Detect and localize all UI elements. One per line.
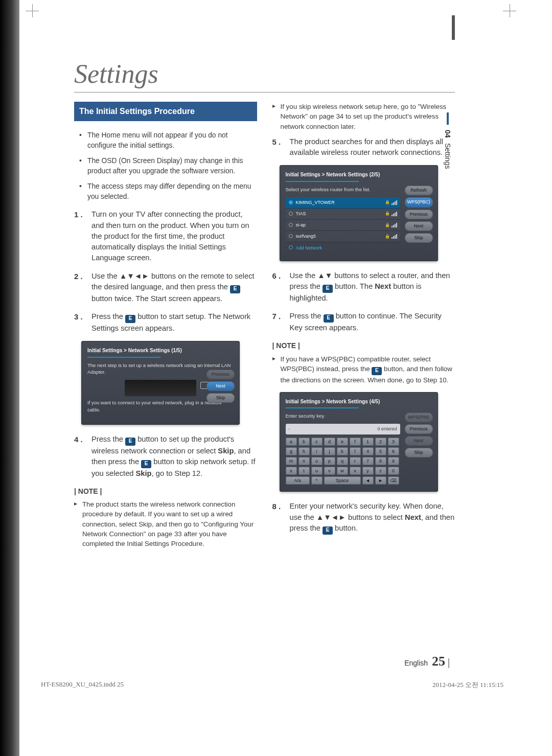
kb-key[interactable]: p	[324, 457, 335, 465]
kb-key[interactable]: b	[298, 438, 310, 446]
print-footer: HT-ES8200_XU_0425.indd 25 2012-04-25 오전 …	[41, 680, 503, 690]
kb-backspace-key[interactable]: ⌫	[388, 476, 399, 485]
osd-screenshot-network-1-5: Initial Settings > Network Settings (1/5…	[81, 341, 240, 425]
manual-page: 04 Settings Settings The Initial Setting…	[0, 0, 552, 756]
enter-icon: E	[230, 285, 240, 293]
kb-key[interactable]: z	[375, 467, 386, 475]
osd-next-button[interactable]: Next	[206, 381, 235, 391]
osd-wpspbc-button[interactable]: WPS(PBC)	[405, 197, 433, 207]
kb-key[interactable]: s	[286, 467, 297, 475]
osd-previous-button[interactable]: Previous	[405, 424, 433, 434]
kb-key[interactable]: v	[324, 467, 335, 475]
kb-key[interactable]: 5	[375, 447, 386, 455]
add-network-row[interactable]: Add Network	[286, 242, 400, 254]
page-number: 25	[432, 654, 445, 669]
step-4: Press the E button to set up the product…	[74, 434, 257, 479]
note-label: | NOTE |	[272, 340, 455, 351]
osd-screenshot-network-4-5: Initial Settings > Network Settings (4/5…	[280, 392, 438, 492]
device-illustration	[125, 380, 196, 396]
intro-bullets: The Home menu will not appear if you do …	[74, 130, 257, 202]
enter-icon: E	[324, 314, 334, 323]
indd-filename: HT-ES8200_XU_0425.indd 25	[41, 680, 124, 690]
kb-key[interactable]: e	[337, 438, 348, 446]
kb-key[interactable]: 3	[388, 438, 399, 446]
page-title: Settings	[74, 59, 455, 89]
signal-icon	[392, 200, 397, 205]
kb-key[interactable]: d	[324, 438, 335, 446]
osd-wpspin-button[interactable]: WPS(PIN)	[405, 413, 433, 422]
kb-key[interactable]: q	[337, 457, 348, 465]
kb-key[interactable]: 0	[388, 467, 399, 475]
kb-key[interactable]: l	[350, 447, 361, 455]
kb-key[interactable]: 2	[375, 438, 386, 446]
osd-skip-button[interactable]: Skip	[206, 393, 235, 403]
kb-key[interactable]: y	[362, 467, 374, 475]
kb-key[interactable]: c	[311, 438, 323, 446]
kb-key[interactable]: m	[286, 457, 297, 465]
lock-icon: 🔒	[385, 211, 390, 217]
kb-key[interactable]: o	[311, 457, 323, 465]
osd-skip-button[interactable]: Skip	[405, 448, 433, 457]
note-label: | NOTE |	[74, 486, 257, 496]
router-row[interactable]: si-ap🔒	[286, 220, 400, 231]
kb-key[interactable]: h	[298, 447, 310, 455]
signal-icon	[392, 223, 397, 227]
enter-icon: E	[125, 438, 135, 446]
steps-list-left: Turn on your TV after connecting the pro…	[74, 209, 257, 334]
security-key-field[interactable]: -0 entered	[286, 424, 400, 434]
step-6: Use the ▲▼ buttons to select a router, a…	[272, 270, 455, 304]
router-row[interactable]: surfvang5🔒	[286, 231, 400, 242]
intro-bullet: The Home menu will not appear if you do …	[81, 130, 257, 151]
osd-previous-button[interactable]: Previous	[206, 370, 235, 379]
steps-list-left-2: Press the E button to set up the product…	[74, 434, 257, 479]
kb-key[interactable]: u	[311, 467, 323, 475]
router-list: KIMING_VTOWER🔒 TIAS🔒 si-ap🔒 surfvang5🔒 A…	[286, 197, 400, 254]
osd-screenshot-network-2-5: Initial Settings > Network Settings (2/5…	[280, 165, 438, 261]
kb-key[interactable]: 8	[375, 457, 386, 465]
signal-icon	[392, 212, 397, 216]
osd-refresh-button[interactable]: Refresh	[405, 186, 433, 195]
kb-left-key[interactable]: ◄	[362, 476, 374, 485]
kb-key[interactable]: 9	[388, 457, 399, 465]
step-3: Press the E button to start setup. The N…	[74, 311, 257, 334]
crop-mark	[26, 4, 39, 17]
kb-key[interactable]: w	[337, 467, 348, 475]
kb-key[interactable]: n	[298, 457, 310, 465]
page-footer: English 25 |	[404, 654, 450, 669]
lock-icon: 🔒	[385, 222, 390, 228]
osd-breadcrumb: Initial Settings > Network Settings (4/5…	[286, 398, 432, 406]
osd-next-button[interactable]: Next	[405, 221, 433, 231]
router-row[interactable]: KIMING_VTOWER🔒	[286, 197, 400, 209]
osd-previous-button[interactable]: Previous	[405, 210, 433, 219]
kb-key[interactable]: r	[350, 457, 361, 465]
title-rule	[74, 92, 455, 93]
kb-key[interactable]: i	[311, 447, 323, 455]
kb-key[interactable]: 6	[388, 447, 399, 455]
enter-icon: E	[125, 315, 135, 323]
kb-key[interactable]: t	[298, 467, 310, 475]
lock-icon: 🔒	[385, 199, 390, 205]
osd-next-button[interactable]: Next	[405, 436, 433, 446]
kb-key[interactable]: g	[286, 447, 297, 455]
step-7: Press the E button to continue. The Secu…	[272, 311, 455, 333]
kb-key[interactable]: f	[350, 438, 361, 446]
kb-symbol-key[interactable]: *	[311, 476, 323, 485]
onscreen-keyboard: abcdef123 ghijkl456 mnopqr789 stuvwxyz0	[286, 438, 400, 475]
kb-key[interactable]: j	[324, 447, 335, 455]
kb-key[interactable]: k	[337, 447, 348, 455]
crop-mark	[503, 4, 516, 17]
steps-list-right-3: Enter your network's security key. When …	[272, 501, 455, 534]
router-row[interactable]: TIAS🔒	[286, 209, 400, 220]
kb-right-key[interactable]: ►	[375, 476, 386, 485]
kb-shift-key[interactable]: A/a	[286, 476, 310, 485]
kb-key[interactable]: x	[350, 467, 361, 475]
osd-skip-button[interactable]: Skip	[405, 233, 433, 243]
kb-space-key[interactable]: Space	[324, 476, 361, 485]
note-item: The product starts the wireless network …	[74, 499, 257, 548]
note-item: If you have a WPS(PBC) compatible router…	[272, 354, 455, 385]
kb-key[interactable]: 4	[362, 447, 374, 455]
kb-key[interactable]: 7	[362, 457, 374, 465]
kb-key[interactable]: a	[286, 438, 297, 446]
signal-icon	[392, 234, 397, 239]
kb-key[interactable]: 1	[362, 438, 374, 446]
